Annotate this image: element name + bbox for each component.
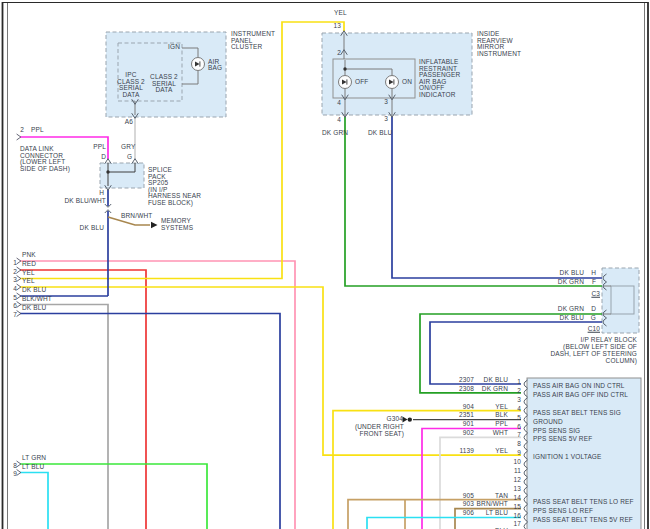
w-ltblu-9 (20, 473, 48, 529)
stub-6 (17, 302, 21, 308)
w-blkwht-6 (20, 305, 108, 529)
memory-systems-arrow-icon (151, 222, 158, 228)
pps-connector-box (527, 378, 641, 529)
wiring-diagram: 2307DK BLU1PASS AIR BAG ON IND CTRL2308D… (0, 0, 650, 529)
g304-ground-icon (403, 417, 408, 423)
stub-3 (17, 276, 21, 282)
w-wht-902 (440, 437, 521, 529)
w-ppl-901 (422, 429, 521, 529)
stub-5 (17, 293, 21, 299)
stub-9 (17, 470, 21, 476)
stub-7 (17, 311, 21, 317)
w-brnwht-903 (455, 509, 521, 529)
ip-relay-block-box (602, 268, 639, 333)
w-ltblu-906 (367, 518, 521, 529)
w-dkgrn-mirror (345, 117, 602, 286)
w-brnwht-memory (108, 217, 150, 225)
w-dkblu-7 (20, 314, 280, 529)
splice-pack-box (100, 163, 144, 188)
wiring-diagram-svg (0, 0, 650, 529)
stub-2 (17, 267, 21, 273)
w-dkblu-mirror (392, 117, 602, 278)
w-tan-905 (348, 500, 521, 529)
w-yel-4-ignition (20, 287, 521, 455)
w-dkblu-2307 (430, 322, 602, 384)
w-pnk-1 (20, 261, 295, 529)
stub-8 (17, 461, 21, 467)
stub-dlc (17, 134, 21, 140)
stub-1 (17, 258, 21, 264)
indicator-junction-dot (343, 67, 346, 70)
splice-junction-dot (106, 170, 109, 173)
stub-4 (17, 284, 21, 290)
instrument-panel-cluster-box (106, 32, 226, 117)
w-ppl-data-link (20, 137, 108, 159)
w-red-2 (20, 270, 146, 529)
g304-ground-icon-dot (408, 417, 412, 421)
